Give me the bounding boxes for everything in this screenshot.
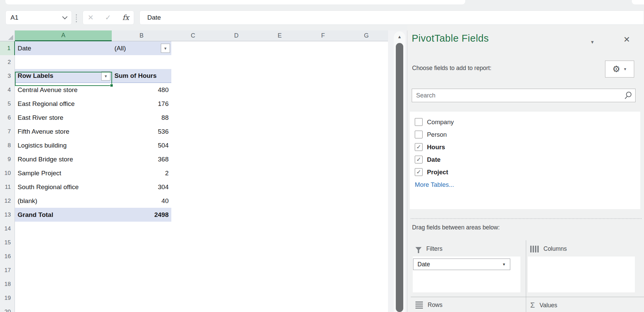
cell-D14[interactable] xyxy=(215,222,258,236)
cell-C18[interactable] xyxy=(171,277,215,291)
cell-G2[interactable] xyxy=(345,55,388,69)
more-tables-link[interactable]: More Tables... xyxy=(415,181,454,188)
cell-C3[interactable] xyxy=(171,69,215,83)
row-header-18[interactable]: 18 xyxy=(0,277,15,291)
cell-A15[interactable] xyxy=(15,236,112,250)
cell-E11[interactable] xyxy=(258,180,302,194)
field-item-person[interactable]: Person xyxy=(415,128,640,141)
cell-D16[interactable] xyxy=(215,249,258,264)
cell-F18[interactable] xyxy=(301,277,345,291)
cell-D5[interactable] xyxy=(215,97,258,111)
column-header-C[interactable]: C xyxy=(171,30,215,41)
column-header-B[interactable]: B xyxy=(112,30,172,41)
select-all-corner[interactable] xyxy=(0,30,15,41)
tools-button[interactable]: ⚙ ▼ xyxy=(605,61,634,77)
cell-F7[interactable] xyxy=(301,125,345,139)
cell-A11[interactable]: South Regional office xyxy=(15,180,112,194)
cell-G15[interactable] xyxy=(345,236,388,250)
field-item-project[interactable]: ✓Project xyxy=(415,166,640,178)
checkbox-company[interactable] xyxy=(415,118,423,126)
cell-D11[interactable] xyxy=(215,180,258,194)
checkbox-project[interactable]: ✓ xyxy=(415,168,423,176)
cell-B4[interactable]: 480 xyxy=(112,83,172,97)
cell-F13[interactable] xyxy=(301,208,345,222)
cell-C12[interactable] xyxy=(171,194,215,208)
row-header-14[interactable]: 14 xyxy=(0,222,15,236)
row-header-9[interactable]: 9 xyxy=(0,152,15,166)
cell-B2[interactable] xyxy=(112,55,172,69)
cell-E2[interactable] xyxy=(258,55,302,69)
row-header-7[interactable]: 7 xyxy=(0,125,15,139)
b1-filter-dropdown-button[interactable]: ▼ xyxy=(161,44,170,53)
row-header-5[interactable]: 5 xyxy=(0,97,15,111)
cell-D8[interactable] xyxy=(215,138,258,153)
cell-A14[interactable] xyxy=(15,222,112,236)
columns-dropzone[interactable] xyxy=(528,257,635,292)
vertical-scrollbar-thumb[interactable] xyxy=(396,43,403,312)
row-header-6[interactable]: 6 xyxy=(0,111,15,125)
row-header-8[interactable]: 8 xyxy=(0,138,15,153)
row-header-12[interactable]: 12 xyxy=(0,194,15,208)
cell-F16[interactable] xyxy=(301,249,345,264)
cell-E10[interactable] xyxy=(258,166,302,180)
cell-C2[interactable] xyxy=(171,55,215,69)
column-header-F[interactable]: F xyxy=(301,30,345,41)
row-header-16[interactable]: 16 xyxy=(0,249,15,264)
cell-G5[interactable] xyxy=(345,97,388,111)
cell-F14[interactable] xyxy=(301,222,345,236)
row-header-4[interactable]: 4 xyxy=(0,83,15,97)
cell-B16[interactable] xyxy=(112,249,172,264)
cell-B8[interactable]: 504 xyxy=(112,138,172,153)
cell-A18[interactable] xyxy=(15,277,112,291)
name-box-chevron-icon[interactable] xyxy=(62,14,68,19)
cell-F10[interactable] xyxy=(301,166,345,180)
cell-C11[interactable] xyxy=(171,180,215,194)
cell-B18[interactable] xyxy=(112,277,172,291)
cell-A5[interactable]: East Regional office xyxy=(15,97,112,111)
cell-E15[interactable] xyxy=(258,236,302,250)
cell-D19[interactable] xyxy=(215,291,258,305)
cell-D12[interactable] xyxy=(215,194,258,208)
cell-B10[interactable]: 2 xyxy=(112,166,172,180)
cell-E5[interactable] xyxy=(258,97,302,111)
cell-E6[interactable] xyxy=(258,111,302,125)
cell-C6[interactable] xyxy=(171,111,215,125)
column-header-D[interactable]: D xyxy=(215,30,258,41)
cell-B5[interactable]: 176 xyxy=(112,97,172,111)
cell-F11[interactable] xyxy=(301,180,345,194)
row-header-1[interactable]: 1 xyxy=(0,41,15,55)
cell-C9[interactable] xyxy=(171,152,215,166)
cell-F15[interactable] xyxy=(301,236,345,250)
cell-E19[interactable] xyxy=(258,291,302,305)
column-header-E[interactable]: E xyxy=(258,30,302,41)
cell-F6[interactable] xyxy=(301,111,345,125)
cell-C19[interactable] xyxy=(171,291,215,305)
cell-B7[interactable]: 536 xyxy=(112,125,172,139)
cell-G17[interactable] xyxy=(345,263,388,277)
cell-E14[interactable] xyxy=(258,222,302,236)
cell-E9[interactable] xyxy=(258,152,302,166)
cell-D15[interactable] xyxy=(215,236,258,250)
row-header-10[interactable]: 10 xyxy=(0,166,15,180)
cell-F20[interactable] xyxy=(301,305,345,312)
cell-C8[interactable] xyxy=(171,138,215,153)
cell-G19[interactable] xyxy=(345,291,388,305)
cell-F1[interactable] xyxy=(301,41,345,55)
cell-B17[interactable] xyxy=(112,263,172,277)
cell-G9[interactable] xyxy=(345,152,388,166)
cell-G11[interactable] xyxy=(345,180,388,194)
cell-G18[interactable] xyxy=(345,277,388,291)
cell-B11[interactable]: 304 xyxy=(112,180,172,194)
spreadsheet-grid[interactable]: ABCDEFG1234567891011121314151617181920Da… xyxy=(0,30,388,312)
cell-G14[interactable] xyxy=(345,222,388,236)
row-header-13[interactable]: 13 xyxy=(0,208,15,222)
cell-A10[interactable]: Sample Project xyxy=(15,166,112,180)
cell-D13[interactable] xyxy=(215,208,258,222)
search-input[interactable] xyxy=(412,92,624,99)
cell-E17[interactable] xyxy=(258,263,302,277)
cell-F2[interactable] xyxy=(301,55,345,69)
cell-A2[interactable] xyxy=(15,55,112,69)
cell-D3[interactable] xyxy=(215,69,258,83)
cell-E12[interactable] xyxy=(258,194,302,208)
cell-A1[interactable]: Date xyxy=(15,41,112,55)
